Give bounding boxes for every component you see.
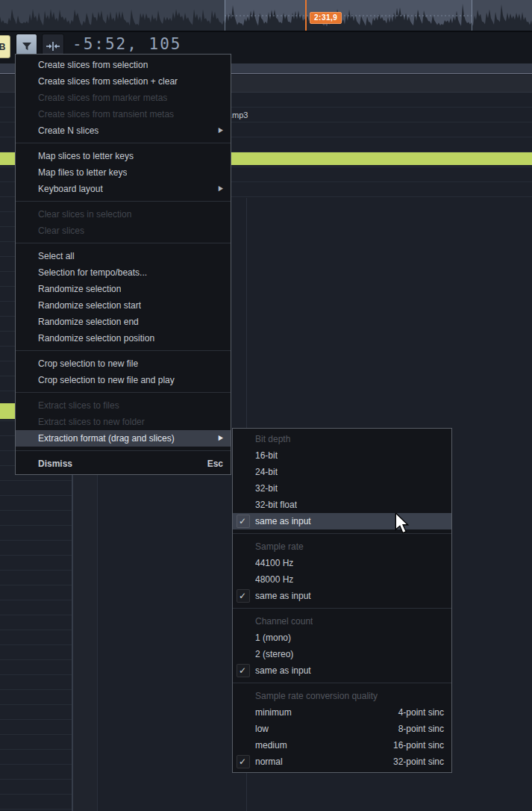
menu-item-keyboard-layout[interactable]: Keyboard layout▶ bbox=[16, 181, 231, 197]
menu-item-label: Create slices from marker metas bbox=[38, 90, 167, 106]
menu-separator bbox=[16, 139, 231, 148]
menu-separator bbox=[16, 239, 231, 248]
menu-item-48000-hz[interactable]: 48000 Hz bbox=[233, 571, 451, 588]
menu-separator bbox=[233, 529, 451, 538]
mouse-cursor bbox=[395, 513, 410, 534]
check-icon: ✓ bbox=[239, 513, 246, 529]
time-display: -5:52, 105 bbox=[72, 35, 181, 53]
menu-item-value: 16-point sinc bbox=[393, 737, 444, 753]
menu-item-extract-slices-to-files: Extract slices to files bbox=[16, 397, 231, 414]
menu-item-label: Sample rate conversion quality bbox=[255, 688, 378, 704]
menu-item-same-as-input[interactable]: ✓same as input bbox=[233, 588, 451, 604]
menu-item-label: Crop selection to new file and play bbox=[38, 372, 175, 388]
menu-item-label: Map files to letter keys bbox=[38, 164, 127, 181]
menu-item-clear-slices: Clear slices bbox=[16, 223, 231, 239]
menu-item-label: Select all bbox=[38, 248, 75, 264]
menu-item-label: same as input bbox=[255, 588, 311, 604]
menu-item-label: normal bbox=[255, 753, 283, 770]
menu-item-44100-hz[interactable]: 44100 Hz bbox=[233, 555, 451, 571]
menu-item-randomize-selection-position[interactable]: Randomize selection position bbox=[16, 330, 231, 347]
menu-item-randomize-selection[interactable]: Randomize selection bbox=[16, 281, 231, 297]
menu-item-minimum[interactable]: minimum4-point sinc bbox=[233, 704, 451, 721]
submenu-header-bit-depth: Bit depth bbox=[233, 431, 451, 447]
menu-item-16-bit[interactable]: 16-bit bbox=[233, 447, 451, 464]
menu-item-dismiss[interactable]: DismissEsc bbox=[16, 456, 231, 472]
menu-item-1-mono[interactable]: 1 (mono) bbox=[233, 630, 451, 646]
menu-item-value: 4-point sinc bbox=[398, 704, 444, 721]
menu-item-label: Create slices from selection + clear bbox=[38, 73, 178, 90]
menu-item-label: 44100 Hz bbox=[255, 555, 293, 571]
menu-item-create-slices-from-selection-clear[interactable]: Create slices from selection + clear bbox=[16, 73, 231, 90]
menu-item-map-files-to-letter-keys[interactable]: Map files to letter keys bbox=[16, 164, 231, 181]
check-icon: ✓ bbox=[239, 588, 246, 604]
extraction-format-submenu: Bit depth16-bit24-bit32-bit32-bit float✓… bbox=[232, 428, 452, 773]
menu-item-32-bit[interactable]: 32-bit bbox=[233, 480, 451, 497]
menu-item-create-n-slices[interactable]: Create N slices▶ bbox=[16, 122, 231, 139]
menu-item-label: minimum bbox=[255, 704, 292, 721]
menu-item-low[interactable]: low8-point sinc bbox=[233, 721, 451, 737]
submenu-header-channel-count: Channel count bbox=[233, 613, 451, 630]
menu-item-label: 16-bit bbox=[255, 447, 278, 464]
menu-item-label: 48000 Hz bbox=[255, 571, 293, 588]
menu-item-label: Randomize selection end bbox=[38, 314, 139, 330]
menu-separator bbox=[16, 388, 231, 397]
menu-item-crop-selection-to-new-file[interactable]: Crop selection to new file bbox=[16, 355, 231, 372]
submenu-arrow-icon: ▶ bbox=[219, 429, 223, 447]
menu-item-create-slices-from-selection[interactable]: Create slices from selection bbox=[16, 57, 231, 73]
menu-item-label: 1 (mono) bbox=[255, 630, 291, 646]
menu-item-label: Create slices from selection bbox=[38, 57, 148, 73]
menu-item-label: Dismiss bbox=[38, 456, 72, 472]
menu-item-label: Keyboard layout bbox=[38, 181, 103, 197]
menu-item-label: same as input bbox=[255, 513, 311, 529]
menu-item-label: Map slices to letter keys bbox=[38, 148, 134, 164]
time-badge: 2:31,9 bbox=[310, 12, 342, 24]
playhead-marker[interactable] bbox=[305, 0, 307, 31]
menu-item-label: Extraction format (drag and slices) bbox=[38, 430, 175, 447]
funnel-icon bbox=[21, 40, 33, 52]
menu-item-label: same as input bbox=[255, 662, 311, 679]
menu-item-2-stereo[interactable]: 2 (stereo) bbox=[233, 646, 451, 662]
menu-item-32-bit-float[interactable]: 32-bit float bbox=[233, 497, 451, 513]
menu-item-label: Selection for tempo/beats... bbox=[38, 264, 147, 281]
menu-separator bbox=[233, 604, 451, 613]
menu-item-label: Randomize selection position bbox=[38, 330, 154, 347]
submenu-header-sample-rate: Sample rate bbox=[233, 538, 451, 555]
menu-item-label: 32-bit bbox=[255, 480, 278, 497]
menu-item-extract-slices-to-new-folder: Extract slices to new folder bbox=[16, 414, 231, 430]
menu-item-randomize-selection-end[interactable]: Randomize selection end bbox=[16, 314, 231, 330]
menu-item-normal[interactable]: ✓normal32-point sinc bbox=[233, 753, 451, 770]
menu-separator bbox=[16, 447, 231, 456]
menu-item-select-all[interactable]: Select all bbox=[16, 248, 231, 264]
menu-item-label: Create N slices bbox=[38, 122, 98, 139]
menu-item-label: 24-bit bbox=[255, 464, 278, 480]
selected-slice-block[interactable] bbox=[0, 403, 15, 419]
menu-item-label: Sample rate bbox=[255, 538, 304, 555]
menu-item-create-slices-from-transient-metas: Create slices from transient metas bbox=[16, 106, 231, 122]
menu-item-24-bit[interactable]: 24-bit bbox=[233, 464, 451, 480]
menu-item-label: Clear slices bbox=[38, 223, 84, 239]
menu-item-extraction-format-drag-and-slices[interactable]: Extraction format (drag and slices)▶ bbox=[16, 430, 231, 447]
menu-item-selection-for-tempo-beats[interactable]: Selection for tempo/beats... bbox=[16, 264, 231, 281]
submenu-header-sample-rate-conversion-quality: Sample rate conversion quality bbox=[233, 688, 451, 704]
menu-item-same-as-input[interactable]: ✓same as input bbox=[233, 513, 451, 529]
menu-item-randomize-selection-start[interactable]: Randomize selection start bbox=[16, 297, 231, 314]
menu-item-map-slices-to-letter-keys[interactable]: Map slices to letter keys bbox=[16, 148, 231, 164]
menu-item-clear-slices-in-selection: Clear slices in selection bbox=[16, 206, 231, 223]
menu-item-label: Extract slices to new folder bbox=[38, 414, 145, 430]
menu-item-crop-selection-to-new-file-and-play[interactable]: Crop selection to new file and play bbox=[16, 372, 231, 388]
snap-to-center-icon bbox=[46, 41, 60, 52]
menu-item-label: Channel count bbox=[255, 613, 313, 630]
menu-item-medium[interactable]: medium16-point sinc bbox=[233, 737, 451, 753]
submenu-arrow-icon: ▶ bbox=[219, 179, 223, 198]
b-button[interactable]: B bbox=[0, 35, 10, 58]
menu-item-same-as-input[interactable]: ✓same as input bbox=[233, 662, 451, 679]
menu-item-label: 32-bit float bbox=[255, 497, 297, 513]
context-menu: Create slices from selectionCreate slice… bbox=[15, 54, 231, 475]
waveform-strip[interactable]: 2:31,9 bbox=[0, 0, 532, 31]
menu-item-label: medium bbox=[255, 737, 287, 753]
menu-item-label: low bbox=[255, 721, 269, 737]
menu-item-label: Randomize selection start bbox=[38, 297, 141, 314]
menu-item-label: Extract slices to files bbox=[38, 397, 119, 414]
menu-item-value: 32-point sinc bbox=[393, 753, 444, 770]
check-icon: ✓ bbox=[239, 662, 246, 679]
